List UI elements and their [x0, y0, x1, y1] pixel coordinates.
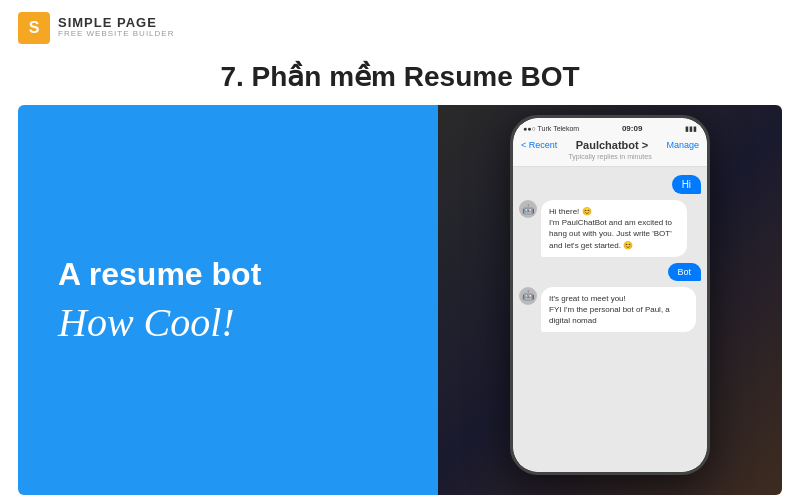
bot-avatar-2: 🤖: [519, 287, 537, 305]
message-sent-hi: Hi: [672, 175, 701, 194]
resume-line2: How Cool!: [58, 299, 398, 346]
main-content: A resume bot How Cool! ●●○ Turk Telekom …: [18, 105, 782, 495]
status-time: 09:09: [622, 124, 642, 133]
logo-subtitle: Free Website Builder: [58, 30, 174, 39]
chat-area: Hi 🤖 Hi there! 😊I'm PaulChatBot and am e…: [513, 167, 707, 472]
bot-avatar: 🤖: [519, 200, 537, 218]
phone-mockup: ●●○ Turk Telekom 09:09 ▮▮▮ < Recent Paul…: [510, 115, 710, 475]
logo-icon: S: [18, 12, 50, 44]
message-sent-bot: Bot: [668, 263, 702, 281]
phone-screen: ●●○ Turk Telekom 09:09 ▮▮▮ < Recent Paul…: [513, 118, 707, 472]
nav-manage-button[interactable]: Manage: [667, 140, 700, 150]
blue-section: A resume bot How Cool!: [18, 105, 438, 495]
page-title: 7. Phần mềm Resume BOT: [0, 55, 800, 105]
message-received-2: It's great to meet you!FYI I'm the perso…: [541, 287, 696, 333]
phone-statusbar: ●●○ Turk Telekom 09:09 ▮▮▮: [513, 118, 707, 135]
logo-text: SIMPLE PAGE Free Website Builder: [58, 16, 174, 39]
message-received-1: Hi there! 😊I'm PaulChatBot and am excite…: [541, 200, 687, 257]
resume-line1: A resume bot: [58, 254, 398, 296]
logo: S SIMPLE PAGE Free Website Builder: [18, 12, 174, 44]
nav-subtitle: Typically replies in minutes: [521, 153, 699, 160]
status-battery: ▮▮▮: [685, 125, 697, 133]
logo-title: SIMPLE PAGE: [58, 16, 174, 30]
header: S SIMPLE PAGE Free Website Builder: [0, 0, 800, 55]
dark-section: ●●○ Turk Telekom 09:09 ▮▮▮ < Recent Paul…: [438, 105, 782, 495]
phone-navbar: < Recent Paulchatbot > Manage Typically …: [513, 135, 707, 167]
nav-back-button[interactable]: < Recent: [521, 140, 557, 150]
nav-chatbot-name: Paulchatbot >: [576, 139, 648, 151]
status-carrier: ●●○ Turk Telekom: [523, 125, 579, 132]
